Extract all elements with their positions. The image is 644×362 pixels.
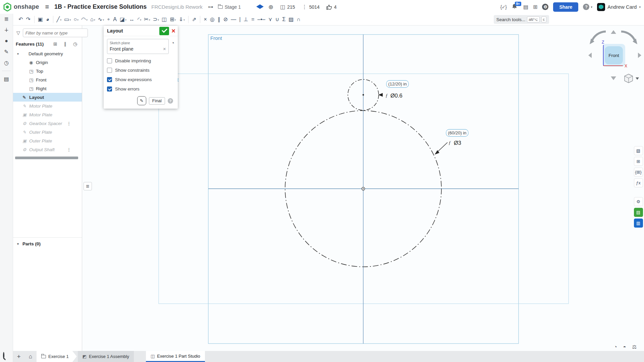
arc-tool-icon[interactable]: ◠ ▾ (80, 16, 89, 23)
checkbox[interactable] (107, 68, 112, 73)
mass-properties-icon[interactable]: ⚖ (632, 344, 637, 350)
new-folder-icon[interactable]: ⊞ (53, 41, 57, 47)
comments-icon[interactable]: ● (5, 38, 8, 44)
checklist-panel-icon[interactable]: ▤ (4, 76, 9, 82)
symmetric-constraint-icon[interactable]: Σ (281, 16, 287, 23)
rotate-up-arrow[interactable] (611, 30, 616, 34)
concentric-constraint-icon[interactable]: ◎ (209, 16, 216, 23)
fillet-tool-icon[interactable]: ◜ ▾ (136, 16, 143, 23)
sketch-plane-value[interactable]: Front plane (110, 46, 166, 52)
coincident-constraint-icon[interactable]: × (202, 16, 208, 23)
mirror-tool-icon[interactable]: ◫ (160, 16, 168, 23)
folder-breadcrumb[interactable]: Stage 1 (225, 4, 241, 10)
dimension-value-1[interactable]: Ø0.6 (390, 93, 402, 99)
sketch-paste-icon[interactable]: ▣ (37, 16, 45, 23)
equal-constraint-icon[interactable]: = (250, 16, 256, 23)
feature-top-plane[interactable]: ◳ Top (13, 67, 82, 75)
feature-default-geometry[interactable]: ▾ Default geometry (13, 49, 82, 58)
variables-table-icon[interactable]: ƒx (634, 178, 643, 187)
rotate-down-arrow[interactable] (611, 76, 616, 80)
feature-motor-plate-extrude[interactable]: ▣ Motor Plate (13, 110, 82, 119)
tab-exercise-1-part-studio[interactable]: ◫ Exercise 1 Part Studio (146, 351, 205, 362)
notifications-button[interactable]: 9+ (511, 3, 519, 11)
feature-gearbox-spacer[interactable]: ⚙ Gearbox Spacer ⋮ (13, 119, 82, 128)
dimension-small-circle[interactable]: (12/20) in ƒ Ø0.6 (378, 80, 409, 99)
feature-motor-plate-sketch[interactable]: ✎ Motor Plate (13, 102, 82, 110)
link-icon[interactable]: ⊶ (208, 4, 213, 10)
rotate-left-step-arrow[interactable] (588, 53, 592, 58)
use-edge-icon[interactable]: ⇗ (191, 16, 198, 23)
tab-exercise-1-assembly[interactable]: ◩ Exercise 1 Assembly (78, 351, 134, 362)
rollback-bar[interactable] (15, 157, 78, 159)
rotate-right-step-arrow[interactable] (638, 53, 641, 58)
history-icon[interactable]: ◷ (4, 60, 9, 66)
text-tool-icon[interactable]: A (112, 16, 118, 23)
checkbox-show-constraints[interactable]: Show constraints (107, 68, 174, 73)
feature-filter-input[interactable] (23, 28, 88, 37)
perpendicular-constraint-icon[interactable]: ⊥ (242, 16, 250, 23)
vertical-constraint-icon[interactable]: | (238, 16, 242, 23)
display-states-icon[interactable]: ⊞ (634, 157, 643, 166)
help-menu[interactable]: ? ▾ (583, 4, 592, 10)
configurations-icon[interactable]: {⊞} (634, 168, 643, 177)
exports-stat[interactable]: ⋮ 5014 (302, 4, 320, 10)
search-tools[interactable]: Search tools... alt/⌥ c (494, 15, 549, 24)
document-title[interactable]: 1B - Practice Exercise Solutions (54, 3, 147, 10)
document-subtitle[interactable]: FRCDesignLib Rework (151, 4, 203, 10)
search-tabs-button[interactable] (3, 353, 10, 359)
feature-outer-plate-sketch[interactable]: ✎ Outer Plate (13, 128, 82, 136)
tasks-icon[interactable]: ▤ (523, 4, 528, 10)
sketch-transform-icon[interactable]: ◕ (45, 16, 51, 23)
clear-selection-icon[interactable]: × (163, 46, 166, 52)
insert-dxf-icon[interactable]: ⇓ ▾ (177, 16, 186, 23)
view-cube-face-label[interactable]: Front (608, 53, 619, 58)
feature-layout[interactable]: ✎ Layout (13, 93, 82, 102)
midpoint-constraint-icon[interactable]: ‒•‒ (256, 16, 267, 23)
trim-tool-icon[interactable]: ✂ ▾ (143, 16, 151, 23)
protractor-icon[interactable]: ◓ (623, 344, 626, 350)
suppress-pause-icon[interactable]: ∥ (64, 41, 66, 47)
checkbox-disable-imprinting[interactable]: Disable imprinting (107, 58, 174, 63)
view-cube[interactable]: Front Z X (588, 30, 641, 83)
spline-tool-icon[interactable]: ∿ ▾ (97, 16, 105, 23)
checkbox-show-expressions[interactable]: Show expressions (107, 77, 174, 82)
feature-right-plane[interactable]: ◳ Right (13, 84, 82, 93)
featurescript-robot-icon[interactable]: ⚙ (634, 197, 643, 206)
likes-stat[interactable]: 4 (326, 4, 337, 10)
fix-constraint-icon[interactable]: ▨ (287, 16, 295, 23)
pierce-constraint-icon[interactable]: ∪ (274, 16, 281, 23)
ai-advisor-icon[interactable]: ⚙ (542, 4, 548, 10)
tape-measure-icon[interactable]: ◔ (614, 344, 617, 350)
new-tab-button[interactable]: + (13, 351, 24, 362)
rotate-right-arrow[interactable] (621, 32, 635, 42)
dialog-help-icon[interactable]: ? (168, 98, 173, 104)
pattern-tool-icon[interactable]: ⊞ ▾ (168, 16, 177, 23)
tab-exercise-1[interactable]: Exercise 1 (37, 351, 77, 362)
insert-item-icon[interactable]: ∔ (4, 27, 8, 33)
sketch-plane-field[interactable]: Sketch plane Front plane × (107, 39, 169, 54)
view-options-caret[interactable] (636, 77, 639, 80)
tree-chevron-icon[interactable]: ▾ (17, 52, 22, 56)
point-tool-icon[interactable]: ∘ (105, 16, 112, 23)
feature-origin[interactable]: ◉ Origin (13, 58, 82, 67)
home-tab-button[interactable]: ⌂ (24, 351, 37, 362)
apps-icon[interactable]: ⊞ (533, 4, 537, 10)
iso-view-cube-icon[interactable] (625, 74, 633, 83)
parallel-constraint-icon[interactable]: ∥ (216, 16, 222, 23)
doc-panel-green-icon[interactable]: ▤ (634, 208, 643, 217)
redo-icon[interactable]: ↷ (24, 16, 32, 23)
dimension-tool-icon[interactable]: ↔ (128, 16, 136, 23)
public-globe-icon[interactable]: ⊕ (268, 3, 273, 11)
copies-stat[interactable]: ◫ 215 (280, 4, 295, 10)
rollback-history-icon[interactable]: ◷ (73, 41, 77, 47)
feature-outer-plate-extrude[interactable]: ▣ Outer Plate (13, 136, 82, 145)
doc-panel-blue-icon[interactable]: ▥ (634, 219, 643, 228)
feature-output-shaft[interactable]: ⚙ Output Shaft ⋮ (13, 145, 82, 154)
final-button[interactable]: Final (149, 97, 165, 105)
small-circle-center-point[interactable] (363, 94, 364, 96)
checkbox[interactable] (107, 58, 112, 63)
account-menu[interactable]: Andrew Card ▾ (597, 3, 641, 11)
rectangle-tool-icon[interactable]: ▭ ▾ (63, 16, 72, 23)
sketch-state-icon[interactable]: ◔ (171, 40, 174, 47)
main-menu-icon[interactable]: ≡ (45, 3, 49, 11)
